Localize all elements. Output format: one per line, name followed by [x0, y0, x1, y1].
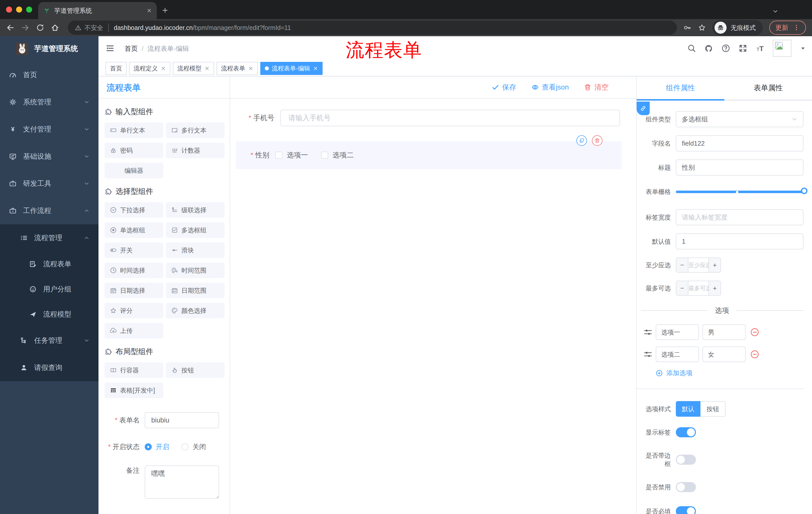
- radio-on-selected[interactable]: [145, 443, 152, 450]
- style-default-button[interactable]: 默认: [676, 401, 700, 417]
- tag-close-icon[interactable]: [248, 66, 253, 71]
- option-1-value-input[interactable]: [702, 324, 746, 340]
- tag-process-model[interactable]: 流程模型: [173, 62, 214, 75]
- sidebar-item-process-model[interactable]: 流程模型: [0, 302, 98, 327]
- max-select-input[interactable]: [688, 281, 708, 295]
- view-json-button[interactable]: 查看json: [531, 82, 569, 92]
- password-key-icon[interactable]: [684, 24, 691, 32]
- tag-process-form[interactable]: 流程表单: [216, 62, 258, 75]
- home-icon[interactable]: [51, 23, 59, 32]
- component-row-container[interactable]: 行容器: [105, 362, 163, 378]
- remove-option-icon[interactable]: [750, 350, 759, 359]
- required-toggle-on[interactable]: [676, 506, 696, 514]
- tab-form-props[interactable]: 表单属性: [724, 77, 812, 100]
- tab-list-chevron-icon[interactable]: [772, 6, 778, 15]
- maximize-window-button[interactable]: [26, 6, 32, 12]
- browser-menu-dots-icon[interactable]: [793, 24, 800, 31]
- checkbox-option-1[interactable]: 选项一: [276, 151, 308, 160]
- avatar-caret-icon[interactable]: [800, 45, 806, 51]
- sidebar-item-home[interactable]: 首页: [0, 61, 98, 88]
- search-icon[interactable]: [687, 44, 696, 53]
- radio-on-label[interactable]: 开启: [156, 439, 169, 455]
- stepper-minus-button[interactable]: −: [676, 258, 688, 272]
- sidebar-item-process-mgmt[interactable]: 流程管理: [0, 224, 98, 251]
- component-type-select[interactable]: 多选框组: [676, 111, 804, 127]
- form-remark-textarea[interactable]: 嘿嘿: [145, 465, 219, 499]
- radio-off[interactable]: [181, 443, 188, 450]
- component-checkbox-group[interactable]: 多选框组: [166, 222, 225, 238]
- phone-field-row[interactable]: 手机号: [236, 110, 636, 126]
- tab-close-icon[interactable]: [147, 8, 152, 13]
- remove-option-icon[interactable]: [750, 328, 759, 337]
- default-value-input[interactable]: [676, 233, 804, 249]
- avatar[interactable]: [773, 40, 791, 57]
- stepper-minus-button[interactable]: −: [676, 281, 688, 295]
- component-date-picker[interactable]: 日期选择: [105, 283, 163, 298]
- component-slider[interactable]: 滑块: [166, 242, 225, 258]
- fullscreen-icon[interactable]: [738, 44, 747, 53]
- disabled-toggle-off[interactable]: [676, 482, 696, 492]
- option-2-name-input[interactable]: [656, 347, 699, 362]
- checkbox-box[interactable]: [321, 152, 328, 159]
- tag-close-icon[interactable]: [313, 66, 318, 71]
- sidebar-item-infra[interactable]: 基础设施: [0, 143, 98, 170]
- component-rate[interactable]: 评分: [105, 303, 163, 318]
- add-option-button[interactable]: 添加选项: [656, 369, 804, 377]
- reload-icon[interactable]: [36, 24, 44, 32]
- component-editor[interactable]: 编辑器: [105, 163, 163, 178]
- tab-component-props[interactable]: 组件属性: [637, 77, 724, 100]
- sidebar-item-workflow[interactable]: 工作流程: [0, 197, 98, 224]
- tag-close-icon[interactable]: [204, 66, 209, 71]
- slider-handle[interactable]: [801, 188, 808, 194]
- show-label-toggle-on[interactable]: [676, 427, 696, 437]
- drag-handle-icon[interactable]: [644, 350, 652, 359]
- save-button[interactable]: 保存: [492, 82, 516, 92]
- component-color-picker[interactable]: 颜色选择: [166, 303, 225, 318]
- tag-home[interactable]: 首页: [106, 62, 127, 75]
- new-tab-button[interactable]: [162, 5, 168, 14]
- clear-button[interactable]: 清空: [584, 82, 609, 92]
- help-icon[interactable]: [722, 44, 730, 53]
- browser-tab[interactable]: 芋道管理系统: [38, 2, 157, 19]
- sidebar-item-payment[interactable]: 支付管理: [0, 116, 98, 143]
- component-counter[interactable]: 计数器: [166, 142, 225, 158]
- radio-off-label[interactable]: 关闭: [193, 439, 206, 455]
- stepper-plus-button[interactable]: +: [708, 281, 721, 295]
- min-select-input[interactable]: [688, 258, 708, 272]
- delete-component-button[interactable]: [592, 135, 603, 146]
- slider-track[interactable]: [676, 191, 804, 193]
- style-button-button[interactable]: 按钮: [700, 401, 726, 417]
- forward-icon[interactable]: [21, 23, 30, 32]
- option-2-value-input[interactable]: [702, 347, 746, 362]
- form-name-input[interactable]: [145, 412, 219, 428]
- sidebar-collapse-icon[interactable]: [106, 44, 115, 53]
- stepper-plus-button[interactable]: +: [708, 258, 721, 272]
- component-radio-group[interactable]: 单选框组: [105, 222, 163, 238]
- sidebar-item-user-group[interactable]: 用户分组: [0, 277, 98, 302]
- component-multi-text[interactable]: 多行文本: [166, 123, 225, 138]
- drag-handle-icon[interactable]: [644, 328, 652, 336]
- component-button[interactable]: 按钮: [166, 362, 225, 378]
- component-dropdown[interactable]: 下拉选择: [105, 202, 163, 218]
- component-cascader[interactable]: 级联选择: [166, 202, 225, 218]
- tag-process-form-edit[interactable]: 流程表单-编辑: [260, 62, 323, 75]
- bookmark-star-icon[interactable]: [698, 24, 706, 32]
- close-window-button[interactable]: [6, 6, 12, 12]
- checkbox-option-2[interactable]: 选项二: [321, 151, 354, 160]
- minimize-window-button[interactable]: [16, 6, 22, 12]
- sidebar-item-system[interactable]: 系统管理: [0, 88, 98, 116]
- phone-input[interactable]: [280, 110, 620, 126]
- tag-process-definition[interactable]: 流程定义: [129, 62, 170, 75]
- border-toggle-off[interactable]: [676, 455, 696, 465]
- tag-close-icon[interactable]: [161, 66, 166, 71]
- field-name-input[interactable]: [676, 135, 804, 152]
- gender-field-block-selected[interactable]: 性别 选项一 选项二: [236, 141, 621, 169]
- grid-slider[interactable]: [676, 184, 804, 200]
- breadcrumb-home-link[interactable]: 首页: [125, 44, 138, 53]
- sidebar-item-process-form[interactable]: 流程表单: [0, 251, 98, 277]
- component-password[interactable]: 密码: [105, 142, 163, 158]
- window-controls[interactable]: [6, 6, 32, 12]
- link-badge[interactable]: [637, 102, 650, 115]
- title-input[interactable]: [676, 159, 804, 175]
- component-upload[interactable]: 上传: [105, 323, 163, 339]
